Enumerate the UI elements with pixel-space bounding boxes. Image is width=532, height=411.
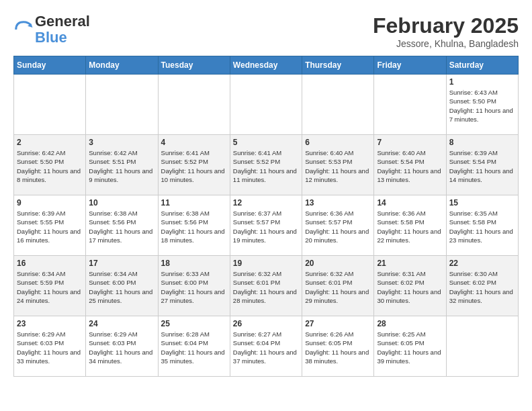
calendar-week-1: 1Sunrise: 6:43 AM Sunset: 5:50 PM Daylig… [14, 75, 519, 135]
day-number: 6 [305, 138, 371, 147]
day-info: Sunrise: 6:28 AM Sunset: 6:04 PM Dayligh… [161, 330, 227, 365]
day-number: 27 [305, 319, 371, 328]
calendar-cell: 19Sunrise: 6:32 AM Sunset: 6:01 PM Dayli… [230, 256, 302, 316]
weekday-header-saturday: Saturday [446, 56, 518, 75]
calendar-cell: 16Sunrise: 6:34 AM Sunset: 5:59 PM Dayli… [14, 256, 86, 316]
calendar-cell [302, 75, 374, 135]
day-number: 7 [377, 138, 443, 147]
day-number: 2 [17, 138, 83, 147]
day-number: 4 [161, 138, 227, 147]
month-title: February 2025 [373, 13, 519, 38]
calendar-cell: 17Sunrise: 6:34 AM Sunset: 6:00 PM Dayli… [86, 256, 158, 316]
day-number: 24 [89, 319, 154, 328]
logo-line1: General [35, 13, 90, 30]
day-info: Sunrise: 6:36 AM Sunset: 5:58 PM Dayligh… [377, 209, 443, 244]
calendar-cell: 24Sunrise: 6:29 AM Sunset: 6:03 PM Dayli… [86, 316, 158, 377]
day-number: 25 [161, 319, 227, 328]
calendar-week-5: 23Sunrise: 6:29 AM Sunset: 6:03 PM Dayli… [14, 316, 519, 377]
day-info: Sunrise: 6:38 AM Sunset: 5:56 PM Dayligh… [161, 209, 227, 244]
calendar-table: SundayMondayTuesdayWednesdayThursdayFrid… [13, 56, 519, 377]
calendar-week-2: 2Sunrise: 6:42 AM Sunset: 5:50 PM Daylig… [14, 135, 519, 195]
day-info: Sunrise: 6:34 AM Sunset: 6:00 PM Dayligh… [89, 269, 154, 305]
calendar-cell: 21Sunrise: 6:31 AM Sunset: 6:02 PM Dayli… [374, 256, 446, 316]
day-number: 5 [233, 138, 299, 147]
weekday-header-tuesday: Tuesday [158, 56, 230, 75]
calendar-cell: 25Sunrise: 6:28 AM Sunset: 6:04 PM Dayli… [158, 316, 230, 377]
day-number: 3 [89, 138, 154, 147]
day-info: Sunrise: 6:26 AM Sunset: 6:05 PM Dayligh… [305, 330, 371, 365]
day-info: Sunrise: 6:35 AM Sunset: 5:58 PM Dayligh… [449, 209, 515, 244]
day-number: 19 [233, 259, 299, 268]
calendar-cell: 4Sunrise: 6:41 AM Sunset: 5:52 PM Daylig… [158, 135, 230, 195]
day-info: Sunrise: 6:27 AM Sunset: 6:04 PM Dayligh… [233, 330, 299, 365]
day-number: 17 [89, 259, 154, 268]
day-info: Sunrise: 6:40 AM Sunset: 5:53 PM Dayligh… [305, 148, 371, 184]
day-number: 8 [449, 138, 515, 147]
day-info: Sunrise: 6:25 AM Sunset: 6:05 PM Dayligh… [377, 330, 443, 365]
calendar-cell: 9Sunrise: 6:39 AM Sunset: 5:55 PM Daylig… [14, 195, 86, 256]
day-info: Sunrise: 6:29 AM Sunset: 6:03 PM Dayligh… [17, 330, 83, 365]
calendar-cell: 2Sunrise: 6:42 AM Sunset: 5:50 PM Daylig… [14, 135, 86, 195]
calendar-week-3: 9Sunrise: 6:39 AM Sunset: 5:55 PM Daylig… [14, 195, 519, 256]
day-number: 13 [305, 198, 371, 208]
day-info: Sunrise: 6:31 AM Sunset: 6:02 PM Dayligh… [377, 269, 443, 305]
day-info: Sunrise: 6:43 AM Sunset: 5:50 PM Dayligh… [449, 88, 515, 124]
day-number: 26 [233, 319, 299, 328]
weekday-header-row: SundayMondayTuesdayWednesdayThursdayFrid… [14, 56, 519, 75]
day-info: Sunrise: 6:41 AM Sunset: 5:52 PM Dayligh… [233, 148, 299, 184]
weekday-header-sunday: Sunday [14, 56, 86, 75]
calendar-cell: 26Sunrise: 6:27 AM Sunset: 6:04 PM Dayli… [230, 316, 302, 377]
page-header: General Blue February 2025 Jessore, Khul… [13, 13, 519, 49]
calendar-cell: 6Sunrise: 6:40 AM Sunset: 5:53 PM Daylig… [302, 135, 374, 195]
calendar-cell [158, 75, 230, 135]
calendar-cell: 23Sunrise: 6:29 AM Sunset: 6:03 PM Dayli… [14, 316, 86, 377]
title-block: February 2025 Jessore, Khulna, Banglades… [373, 13, 519, 49]
calendar-cell: 18Sunrise: 6:33 AM Sunset: 6:00 PM Dayli… [158, 256, 230, 316]
logo: General Blue [13, 13, 90, 46]
day-info: Sunrise: 6:39 AM Sunset: 5:55 PM Dayligh… [17, 209, 83, 244]
day-number: 16 [17, 259, 83, 268]
location: Jessore, Khulna, Bangladesh [373, 38, 519, 49]
calendar-cell [446, 316, 518, 377]
calendar-cell [14, 75, 86, 135]
day-info: Sunrise: 6:36 AM Sunset: 5:57 PM Dayligh… [305, 209, 371, 244]
weekday-header-wednesday: Wednesday [230, 56, 302, 75]
calendar-cell: 11Sunrise: 6:38 AM Sunset: 5:56 PM Dayli… [158, 195, 230, 256]
calendar-cell: 13Sunrise: 6:36 AM Sunset: 5:57 PM Dayli… [302, 195, 374, 256]
day-info: Sunrise: 6:38 AM Sunset: 5:56 PM Dayligh… [89, 209, 154, 244]
calendar-cell: 14Sunrise: 6:36 AM Sunset: 5:58 PM Dayli… [374, 195, 446, 256]
day-info: Sunrise: 6:37 AM Sunset: 5:57 PM Dayligh… [233, 209, 299, 244]
calendar-cell [374, 75, 446, 135]
day-number: 1 [449, 77, 515, 87]
day-info: Sunrise: 6:32 AM Sunset: 6:01 PM Dayligh… [233, 269, 299, 305]
day-info: Sunrise: 6:42 AM Sunset: 5:51 PM Dayligh… [89, 148, 154, 184]
calendar-cell: 15Sunrise: 6:35 AM Sunset: 5:58 PM Dayli… [446, 195, 518, 256]
calendar-cell: 27Sunrise: 6:26 AM Sunset: 6:05 PM Dayli… [302, 316, 374, 377]
day-info: Sunrise: 6:34 AM Sunset: 5:59 PM Dayligh… [17, 269, 83, 305]
day-number: 21 [377, 259, 443, 268]
logo-line2: Blue [35, 30, 90, 46]
logo-icon [13, 19, 34, 40]
calendar-cell: 1Sunrise: 6:43 AM Sunset: 5:50 PM Daylig… [446, 75, 518, 135]
calendar-cell: 5Sunrise: 6:41 AM Sunset: 5:52 PM Daylig… [230, 135, 302, 195]
day-info: Sunrise: 6:29 AM Sunset: 6:03 PM Dayligh… [89, 330, 154, 365]
calendar-cell: 3Sunrise: 6:42 AM Sunset: 5:51 PM Daylig… [86, 135, 158, 195]
day-info: Sunrise: 6:41 AM Sunset: 5:52 PM Dayligh… [161, 148, 227, 184]
day-info: Sunrise: 6:40 AM Sunset: 5:54 PM Dayligh… [377, 148, 443, 184]
day-number: 14 [377, 198, 443, 208]
calendar-week-4: 16Sunrise: 6:34 AM Sunset: 5:59 PM Dayli… [14, 256, 519, 316]
day-number: 9 [17, 198, 83, 208]
day-info: Sunrise: 6:39 AM Sunset: 5:54 PM Dayligh… [449, 148, 515, 184]
day-number: 12 [233, 198, 299, 208]
weekday-header-monday: Monday [86, 56, 158, 75]
calendar-cell: 10Sunrise: 6:38 AM Sunset: 5:56 PM Dayli… [86, 195, 158, 256]
day-number: 10 [89, 198, 154, 208]
calendar-cell: 12Sunrise: 6:37 AM Sunset: 5:57 PM Dayli… [230, 195, 302, 256]
day-info: Sunrise: 6:33 AM Sunset: 6:00 PM Dayligh… [161, 269, 227, 305]
day-info: Sunrise: 6:30 AM Sunset: 6:02 PM Dayligh… [449, 269, 515, 305]
day-info: Sunrise: 6:42 AM Sunset: 5:50 PM Dayligh… [17, 148, 83, 184]
calendar-cell [230, 75, 302, 135]
calendar-cell: 20Sunrise: 6:32 AM Sunset: 6:01 PM Dayli… [302, 256, 374, 316]
day-number: 22 [449, 259, 515, 268]
weekday-header-thursday: Thursday [302, 56, 374, 75]
